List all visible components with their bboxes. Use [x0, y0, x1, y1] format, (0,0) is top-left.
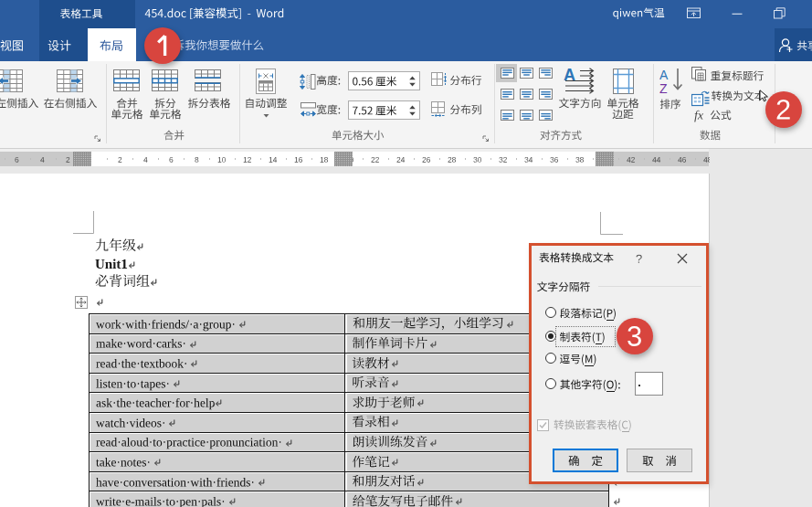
svg-text:A: A	[659, 68, 669, 82]
svg-text:Z: Z	[659, 81, 668, 96]
